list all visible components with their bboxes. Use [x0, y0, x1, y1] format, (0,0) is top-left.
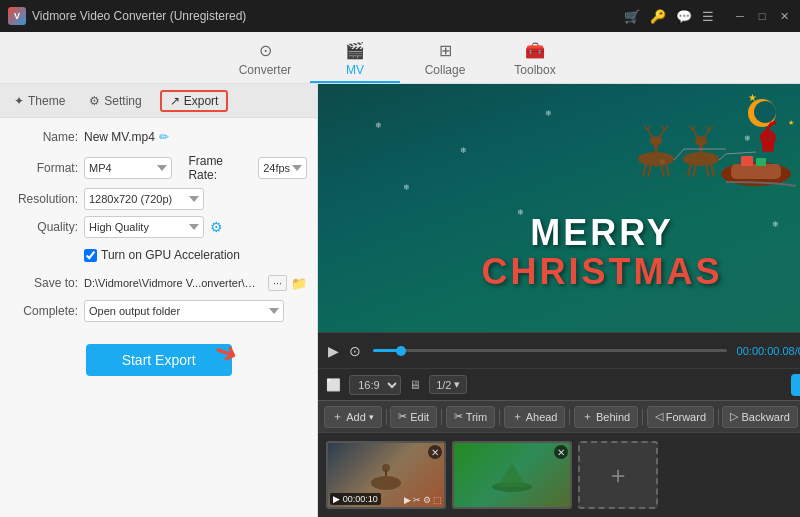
svg-rect-19 [762, 142, 774, 152]
svg-point-13 [695, 136, 707, 146]
save-to-path-group: D:\Vidmore\Vidmore V...onverter\MV Expor… [84, 275, 307, 291]
page-value: 1/2 [436, 379, 451, 391]
tab-converter[interactable]: ⊙ Converter [220, 37, 310, 83]
quality-select[interactable]: High QualityMedium QualityLow Quality [84, 216, 204, 238]
thumbnail-strip: ✕ ▶ 00:00:10 ▶ ✂ ⚙ ⬚ [318, 432, 800, 517]
gpu-row: Turn on GPU Acceleration [84, 244, 307, 266]
start-export-button[interactable]: Start Export [86, 344, 232, 376]
svg-point-23 [382, 464, 390, 472]
add-chevron: ▾ [369, 412, 374, 422]
chat-icon[interactable]: 💬 [676, 9, 692, 24]
play-button[interactable]: ▶ [326, 341, 341, 361]
time-display: 00:00:00.08/00:00:17.10 [737, 345, 800, 357]
edit-label: Edit [410, 411, 429, 423]
tab-mv[interactable]: 🎬 MV [310, 37, 400, 83]
svg-line-10 [666, 164, 669, 176]
svg-line-7 [643, 164, 646, 176]
thumbnail-2[interactable]: ✕ [452, 441, 572, 509]
thumb-1-ctrl2[interactable]: ✂ [413, 495, 421, 505]
backward-button[interactable]: ▷ Backward [722, 406, 797, 428]
resolution-select[interactable]: 1280x720 (720p)1920x1080 (1080p)640x480 [84, 188, 204, 210]
svg-point-21 [371, 476, 401, 490]
collage-icon: ⊞ [439, 41, 452, 60]
svg-line-15 [693, 165, 696, 177]
gpu-checkbox[interactable] [84, 249, 97, 262]
menu-icon[interactable]: ☰ [702, 9, 714, 24]
trim-button[interactable]: ✂ Trim [446, 406, 496, 428]
forward-icon: ◁ [655, 410, 663, 423]
progress-bar[interactable] [373, 349, 726, 352]
name-label: Name: [10, 130, 78, 144]
toolbox-icon: 🧰 [525, 41, 545, 60]
maximize-button[interactable]: □ [754, 8, 770, 24]
ratio-icon: ⬜ [326, 378, 341, 392]
behind-button[interactable]: ＋ Behind [574, 406, 638, 428]
quality-gear-icon[interactable]: ⚙ [210, 219, 223, 235]
stop-button[interactable]: ⊙ [347, 341, 363, 361]
browse-button[interactable]: ··· [268, 275, 287, 291]
trim-label: Trim [466, 411, 488, 423]
title-bar: V Vidmore Video Converter (Unregistered)… [0, 0, 800, 32]
page-select[interactable]: 1/2 ▾ [429, 375, 467, 394]
minimize-button[interactable]: ─ [732, 8, 748, 24]
export-icon: ↗ [170, 94, 180, 108]
thumb-2-image [454, 443, 570, 507]
tab-toolbox-label: Toolbox [514, 63, 555, 77]
key-icon[interactable]: 🔑 [650, 9, 666, 24]
svg-line-14 [688, 164, 691, 176]
tab-toolbox[interactable]: 🧰 Toolbox [490, 37, 580, 83]
theme-button[interactable]: ✦ Theme [8, 91, 71, 111]
add-label: Add [346, 411, 366, 423]
svg-line-9 [661, 165, 664, 177]
right-panel: ★ ★ ✦ ★ ★ ✦ ❄ ❄ ❄ ❄ ❄ ❄ ❄ ❄ [318, 84, 800, 517]
reindeer-sleigh [626, 114, 800, 214]
svg-rect-2 [741, 156, 753, 166]
add-icon: ＋ [332, 409, 343, 424]
format-row: Format: MP4AVIMOVMKV Frame Rate: 24fps30… [10, 154, 307, 182]
folder-icon[interactable]: 📁 [291, 276, 307, 291]
thumb-1-ctrl4[interactable]: ⬚ [433, 495, 442, 505]
tab-collage[interactable]: ⊞ Collage [400, 37, 490, 83]
ahead-button[interactable]: ＋ Ahead [504, 406, 566, 428]
thumb-1-ctrl1[interactable]: ▶ [404, 495, 411, 505]
complete-row: Complete: Open output folderDo nothingSh… [10, 300, 307, 322]
setting-icon: ⚙ [89, 94, 100, 108]
format-label: Format: [10, 161, 78, 175]
gpu-label: Turn on GPU Acceleration [101, 248, 240, 262]
complete-select[interactable]: Open output folderDo nothingShut down [84, 300, 284, 322]
ratio-select[interactable]: 16:94:31:1 [349, 375, 401, 395]
edit-icon: ✂ [398, 410, 407, 423]
cart-icon[interactable]: 🛒 [624, 9, 640, 24]
add-thumbnail-button[interactable]: ＋ [578, 441, 658, 509]
thumb-1-ctrl3[interactable]: ⚙ [423, 495, 431, 505]
forward-button[interactable]: ◁ Forward [647, 406, 714, 428]
svg-rect-3 [756, 158, 766, 166]
frame-rate-select[interactable]: 24fps30fps60fps [258, 157, 307, 179]
theme-icon: ✦ [14, 94, 24, 108]
converter-icon: ⊙ [259, 41, 272, 60]
thumb-1-time: ▶ 00:00:10 [330, 493, 381, 505]
edit-button[interactable]: ✂ Edit [390, 406, 437, 428]
tab-mv-label: MV [346, 63, 364, 77]
setting-label: Setting [104, 94, 141, 108]
sub-toolbar: ✦ Theme ⚙ Setting ↗ Export [0, 84, 317, 118]
close-button[interactable]: ✕ [776, 8, 792, 24]
page-chevron: ▾ [454, 378, 460, 391]
save-to-row: Save to: D:\Vidmore\Vidmore V...onverter… [10, 272, 307, 294]
edit-name-icon[interactable]: ✏ [159, 130, 169, 144]
behind-label: Behind [596, 411, 630, 423]
progress-handle [396, 346, 406, 356]
behind-icon: ＋ [582, 409, 593, 424]
name-value: New MV.mp4 ✏ [84, 130, 169, 144]
thumb-1-controls: ▶ ✂ ⚙ ⬚ [404, 495, 442, 505]
merry-christmas-text: MERRY CHRISTMAS [482, 213, 723, 292]
resolution-label: Resolution: [10, 192, 78, 206]
merry-text: MERRY [482, 213, 723, 253]
setting-button[interactable]: ⚙ Setting [83, 91, 147, 111]
right-export-button[interactable]: Start Export [791, 374, 800, 396]
thumbnail-1[interactable]: ✕ ▶ 00:00:10 ▶ ✂ ⚙ ⬚ [326, 441, 446, 509]
export-button[interactable]: ↗ Export [160, 90, 229, 112]
format-select[interactable]: MP4AVIMOVMKV [84, 157, 172, 179]
add-button[interactable]: ＋ Add ▾ [324, 406, 382, 428]
save-to-label: Save to: [10, 276, 78, 290]
